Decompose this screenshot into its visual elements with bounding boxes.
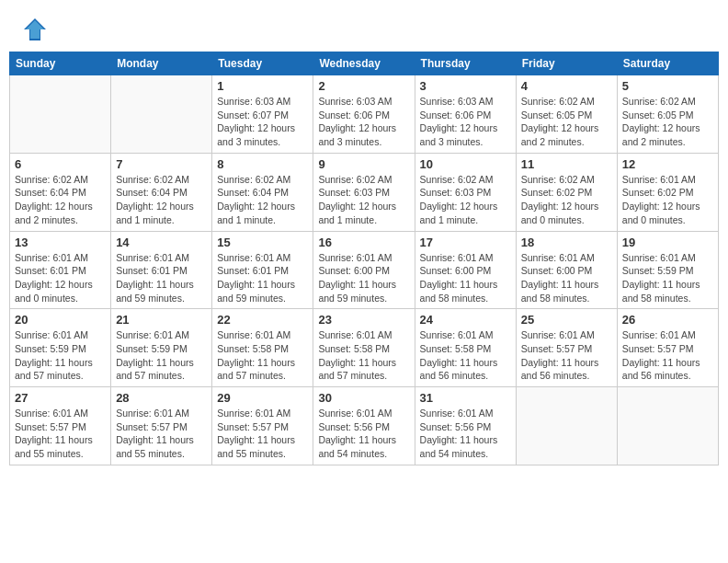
day-info: Sunrise: 6:01 AM Sunset: 5:58 PM Dayligh…	[420, 328, 511, 383]
day-number: 3	[420, 79, 511, 93]
calendar-header-monday: Monday	[111, 52, 212, 75]
day-info: Sunrise: 6:02 AM Sunset: 6:05 PM Dayligh…	[622, 95, 713, 149]
day-number: 7	[116, 157, 207, 171]
day-number: 1	[217, 79, 308, 93]
day-info: Sunrise: 6:02 AM Sunset: 6:04 PM Dayligh…	[15, 173, 106, 227]
day-number: 11	[521, 157, 612, 171]
day-number: 13	[15, 236, 106, 249]
day-info: Sunrise: 6:01 AM Sunset: 6:01 PM Dayligh…	[15, 251, 106, 305]
calendar-cell: 13Sunrise: 6:01 AM Sunset: 6:01 PM Dayli…	[10, 231, 111, 309]
day-number: 26	[622, 313, 713, 327]
day-info: Sunrise: 6:01 AM Sunset: 6:01 PM Dayligh…	[116, 251, 207, 305]
day-info: Sunrise: 6:01 AM Sunset: 6:00 PM Dayligh…	[420, 251, 511, 305]
day-number: 28	[116, 391, 207, 405]
day-info: Sunrise: 6:01 AM Sunset: 6:02 PM Dayligh…	[622, 173, 713, 227]
day-info: Sunrise: 6:01 AM Sunset: 5:56 PM Dayligh…	[420, 407, 511, 461]
day-number: 5	[622, 79, 713, 93]
page-header	[9, 9, 719, 47]
day-info: Sunrise: 6:01 AM Sunset: 6:00 PM Dayligh…	[318, 251, 409, 305]
calendar-cell: 2Sunrise: 6:03 AM Sunset: 6:06 PM Daylig…	[313, 75, 415, 154]
calendar-week-row: 13Sunrise: 6:01 AM Sunset: 6:01 PM Dayli…	[10, 231, 719, 309]
calendar-cell: 8Sunrise: 6:02 AM Sunset: 6:04 PM Daylig…	[212, 153, 313, 231]
day-number: 8	[217, 157, 308, 171]
calendar-cell: 11Sunrise: 6:02 AM Sunset: 6:02 PM Dayli…	[516, 153, 617, 231]
day-info: Sunrise: 6:02 AM Sunset: 6:02 PM Dayligh…	[521, 173, 612, 227]
day-info: Sunrise: 6:02 AM Sunset: 6:04 PM Dayligh…	[217, 173, 308, 227]
day-number: 31	[420, 391, 511, 405]
calendar-cell: 18Sunrise: 6:01 AM Sunset: 6:00 PM Dayli…	[516, 231, 617, 309]
calendar-header-tuesday: Tuesday	[212, 52, 313, 75]
day-number: 16	[318, 236, 409, 249]
calendar-cell: 27Sunrise: 6:01 AM Sunset: 5:57 PM Dayli…	[10, 387, 111, 465]
calendar-cell: 9Sunrise: 6:02 AM Sunset: 6:03 PM Daylig…	[313, 153, 415, 231]
calendar-week-row: 1Sunrise: 6:03 AM Sunset: 6:07 PM Daylig…	[10, 75, 719, 154]
day-number: 25	[521, 313, 612, 327]
calendar-header-saturday: Saturday	[617, 52, 718, 75]
day-number: 4	[521, 79, 612, 93]
calendar-cell: 1Sunrise: 6:03 AM Sunset: 6:07 PM Daylig…	[212, 75, 313, 154]
day-number: 6	[15, 157, 106, 171]
calendar-cell	[516, 387, 617, 465]
day-number: 19	[622, 236, 713, 249]
calendar-cell: 22Sunrise: 6:01 AM Sunset: 5:58 PM Dayli…	[212, 309, 313, 387]
day-info: Sunrise: 6:01 AM Sunset: 6:00 PM Dayligh…	[521, 251, 612, 305]
day-number: 18	[521, 236, 612, 249]
day-info: Sunrise: 6:03 AM Sunset: 6:06 PM Dayligh…	[318, 95, 409, 149]
calendar-table: SundayMondayTuesdayWednesdayThursdayFrid…	[9, 52, 719, 465]
calendar-cell: 4Sunrise: 6:02 AM Sunset: 6:05 PM Daylig…	[516, 75, 617, 154]
day-info: Sunrise: 6:01 AM Sunset: 5:59 PM Dayligh…	[116, 328, 207, 383]
day-info: Sunrise: 6:01 AM Sunset: 5:57 PM Dayligh…	[15, 407, 106, 461]
day-number: 14	[116, 236, 207, 249]
calendar-cell: 19Sunrise: 6:01 AM Sunset: 5:59 PM Dayli…	[617, 231, 718, 309]
day-info: Sunrise: 6:01 AM Sunset: 5:58 PM Dayligh…	[217, 328, 308, 383]
day-info: Sunrise: 6:01 AM Sunset: 5:57 PM Dayligh…	[116, 407, 207, 461]
calendar-cell: 15Sunrise: 6:01 AM Sunset: 6:01 PM Dayli…	[212, 231, 313, 309]
calendar-header-sunday: Sunday	[10, 52, 111, 75]
calendar-week-row: 6Sunrise: 6:02 AM Sunset: 6:04 PM Daylig…	[10, 153, 719, 231]
day-info: Sunrise: 6:02 AM Sunset: 6:03 PM Dayligh…	[318, 173, 409, 227]
calendar-cell: 7Sunrise: 6:02 AM Sunset: 6:04 PM Daylig…	[111, 153, 212, 231]
calendar-cell: 6Sunrise: 6:02 AM Sunset: 6:04 PM Daylig…	[10, 153, 111, 231]
day-number: 29	[217, 391, 308, 405]
calendar-header-friday: Friday	[516, 52, 617, 75]
day-number: 23	[318, 313, 409, 327]
calendar-cell	[10, 75, 111, 154]
calendar-cell: 5Sunrise: 6:02 AM Sunset: 6:05 PM Daylig…	[617, 75, 718, 154]
day-info: Sunrise: 6:01 AM Sunset: 6:01 PM Dayligh…	[217, 251, 308, 305]
day-info: Sunrise: 6:02 AM Sunset: 6:04 PM Dayligh…	[116, 173, 207, 227]
day-number: 24	[420, 313, 511, 327]
calendar-cell: 26Sunrise: 6:01 AM Sunset: 5:57 PM Dayli…	[617, 309, 718, 387]
day-number: 10	[420, 157, 511, 171]
day-number: 30	[318, 391, 409, 405]
calendar-cell: 30Sunrise: 6:01 AM Sunset: 5:56 PM Dayli…	[313, 387, 415, 465]
day-number: 15	[217, 236, 308, 249]
calendar-cell: 20Sunrise: 6:01 AM Sunset: 5:59 PM Dayli…	[10, 309, 111, 387]
calendar-week-row: 27Sunrise: 6:01 AM Sunset: 5:57 PM Dayli…	[10, 387, 719, 465]
calendar-cell: 21Sunrise: 6:01 AM Sunset: 5:59 PM Dayli…	[111, 309, 212, 387]
calendar-header-row: SundayMondayTuesdayWednesdayThursdayFrid…	[10, 52, 719, 75]
calendar-week-row: 20Sunrise: 6:01 AM Sunset: 5:59 PM Dayli…	[10, 309, 719, 387]
day-info: Sunrise: 6:01 AM Sunset: 5:56 PM Dayligh…	[318, 407, 409, 461]
day-info: Sunrise: 6:01 AM Sunset: 5:59 PM Dayligh…	[15, 328, 106, 383]
calendar-cell: 23Sunrise: 6:01 AM Sunset: 5:58 PM Dayli…	[313, 309, 415, 387]
calendar-cell: 17Sunrise: 6:01 AM Sunset: 6:00 PM Dayli…	[415, 231, 516, 309]
day-number: 21	[116, 313, 207, 327]
calendar-cell: 24Sunrise: 6:01 AM Sunset: 5:58 PM Dayli…	[415, 309, 516, 387]
calendar-cell: 29Sunrise: 6:01 AM Sunset: 5:57 PM Dayli…	[212, 387, 313, 465]
day-number: 27	[15, 391, 106, 405]
day-info: Sunrise: 6:01 AM Sunset: 5:57 PM Dayligh…	[217, 407, 308, 461]
calendar-cell	[111, 75, 212, 154]
calendar-cell: 10Sunrise: 6:02 AM Sunset: 6:03 PM Dayli…	[415, 153, 516, 231]
calendar-cell: 14Sunrise: 6:01 AM Sunset: 6:01 PM Dayli…	[111, 231, 212, 309]
day-number: 20	[15, 313, 106, 327]
calendar-cell: 12Sunrise: 6:01 AM Sunset: 6:02 PM Dayli…	[617, 153, 718, 231]
day-number: 2	[318, 79, 409, 93]
day-info: Sunrise: 6:01 AM Sunset: 5:59 PM Dayligh…	[622, 251, 713, 305]
calendar-cell: 31Sunrise: 6:01 AM Sunset: 5:56 PM Dayli…	[415, 387, 516, 465]
day-number: 9	[318, 157, 409, 171]
svg-marker-1	[26, 20, 44, 39]
calendar-cell: 3Sunrise: 6:03 AM Sunset: 6:06 PM Daylig…	[415, 75, 516, 154]
calendar-cell: 28Sunrise: 6:01 AM Sunset: 5:57 PM Dayli…	[111, 387, 212, 465]
day-info: Sunrise: 6:03 AM Sunset: 6:06 PM Dayligh…	[420, 95, 511, 149]
day-info: Sunrise: 6:02 AM Sunset: 6:05 PM Dayligh…	[521, 95, 612, 149]
